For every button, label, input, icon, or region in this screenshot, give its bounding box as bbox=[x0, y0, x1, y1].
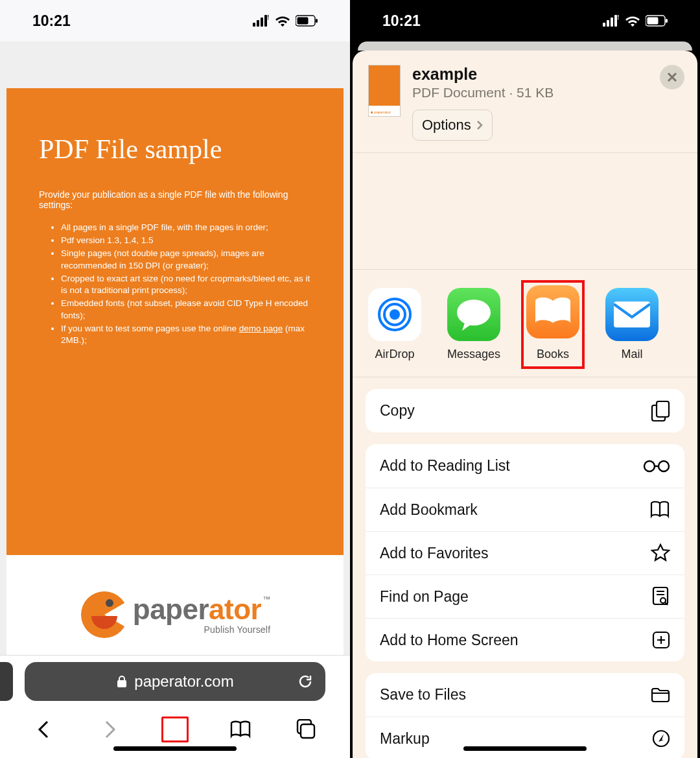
pdf-viewport[interactable]: PDF File sample Provide your publication… bbox=[0, 41, 350, 758]
mail-icon bbox=[614, 302, 650, 327]
svg-text:!: ! bbox=[617, 15, 619, 21]
svg-rect-14 bbox=[607, 20, 609, 27]
suggested-contacts-row[interactable] bbox=[353, 153, 697, 270]
book-icon bbox=[649, 501, 670, 519]
share-apps-row[interactable]: AirDrop Messages Books Mail M bbox=[353, 270, 697, 377]
markup-icon bbox=[652, 729, 670, 748]
battery-icon bbox=[296, 15, 318, 27]
status-bar: 10:21 ! bbox=[350, 0, 700, 41]
back-button[interactable] bbox=[31, 717, 57, 742]
folder-icon bbox=[651, 687, 670, 704]
paperator-logo: paperator™ Publish Yourself bbox=[80, 590, 270, 639]
svg-rect-6 bbox=[298, 18, 309, 25]
svg-rect-2 bbox=[261, 18, 263, 27]
app-label: Messages bbox=[447, 348, 500, 361]
close-button[interactable] bbox=[660, 65, 684, 89]
pdf-bullet: Cropped to exact art size (no need for c… bbox=[61, 273, 311, 296]
app-label: AirDrop bbox=[375, 348, 414, 361]
svg-rect-10 bbox=[117, 680, 126, 687]
app-label: Mail bbox=[621, 348, 642, 361]
prev-tab-sliver[interactable] bbox=[0, 662, 13, 701]
app-books[interactable]: Books bbox=[526, 285, 579, 364]
svg-point-24 bbox=[457, 300, 491, 326]
home-indicator[interactable] bbox=[113, 746, 237, 751]
options-button[interactable]: Options bbox=[412, 110, 493, 141]
home-indicator[interactable] bbox=[463, 746, 587, 751]
actions-section: Copy Add to Reading List Add Bookmark Ad… bbox=[353, 377, 697, 758]
tabs-button[interactable] bbox=[293, 717, 319, 742]
paperator-tagline: Publish Yourself bbox=[133, 625, 270, 634]
pdf-intro: Provide your publication as a single PDF… bbox=[39, 189, 311, 210]
svg-rect-13 bbox=[603, 23, 605, 27]
refresh-icon[interactable] bbox=[297, 673, 314, 690]
glasses-icon bbox=[643, 460, 670, 473]
share-button[interactable] bbox=[161, 717, 189, 742]
app-mail[interactable]: Mail bbox=[605, 288, 659, 364]
app-airdrop[interactable]: AirDrop bbox=[368, 288, 421, 364]
action-add-bookmark[interactable]: Add Bookmark bbox=[366, 488, 684, 531]
share-sheet-screen: 10:21 ! ■ paperator example PDF Document… bbox=[350, 0, 700, 758]
pdf-demo-link[interactable]: demo page bbox=[239, 324, 283, 333]
svg-point-28 bbox=[659, 461, 669, 471]
svg-point-27 bbox=[644, 461, 655, 471]
close-icon bbox=[667, 72, 677, 82]
action-find-on-page[interactable]: Find on Page bbox=[366, 574, 684, 618]
svg-rect-15 bbox=[611, 18, 613, 27]
signal-icon: ! bbox=[253, 15, 270, 27]
find-page-icon bbox=[652, 586, 670, 607]
pdf-bullet: All pages in a single PDF file, with the… bbox=[61, 222, 311, 233]
svg-rect-26 bbox=[657, 401, 669, 417]
svg-rect-19 bbox=[648, 18, 659, 25]
svg-rect-7 bbox=[316, 19, 318, 23]
bookmarks-button[interactable] bbox=[228, 717, 253, 742]
pdf-bullet: Embedded fonts (not subset, please avoid… bbox=[61, 298, 311, 321]
lock-icon bbox=[116, 675, 128, 688]
star-icon bbox=[651, 543, 670, 563]
url-domain: paperator.com bbox=[134, 672, 233, 691]
app-label: Books bbox=[537, 348, 569, 361]
tabs-icon bbox=[296, 719, 316, 740]
signal-icon: ! bbox=[603, 15, 620, 27]
action-markup[interactable]: Markup bbox=[366, 717, 684, 758]
app-messages[interactable]: Messages bbox=[447, 288, 500, 364]
pdf-bullet: If you want to test some pages use the o… bbox=[61, 323, 311, 346]
books-icon bbox=[534, 297, 572, 327]
sheet-behind-card bbox=[358, 41, 692, 51]
actions-files-card: Save to Files Markup bbox=[366, 673, 684, 758]
status-indicators: ! bbox=[603, 15, 668, 27]
status-time: 10:21 bbox=[382, 12, 421, 30]
svg-point-30 bbox=[660, 598, 666, 603]
action-add-favorites[interactable]: Add to Favorites bbox=[366, 531, 684, 574]
svg-point-9 bbox=[106, 599, 113, 607]
safari-bottom-bar: paperator.com bbox=[0, 655, 350, 758]
svg-rect-1 bbox=[257, 20, 259, 27]
messages-icon bbox=[456, 298, 492, 331]
file-meta: PDF Document · 51 KB bbox=[412, 85, 648, 101]
action-copy[interactable]: Copy bbox=[366, 389, 684, 432]
wifi-icon bbox=[625, 15, 640, 27]
pdf-bullet: Pdf version 1.3, 1.4, 1.5 bbox=[61, 235, 311, 246]
pdf-bullet: Single pages (not double page spreads), … bbox=[61, 248, 311, 271]
airdrop-icon bbox=[375, 294, 415, 335]
action-add-homescreen[interactable]: Add to Home Screen bbox=[366, 618, 684, 661]
chevron-right-icon bbox=[476, 120, 483, 130]
svg-rect-25 bbox=[614, 302, 650, 327]
pdf-title: PDF File sample bbox=[39, 134, 311, 165]
address-bar[interactable]: paperator.com bbox=[25, 662, 325, 701]
actions-copy-card: Copy bbox=[366, 389, 684, 432]
share-sheet[interactable]: ■ paperator example PDF Document · 51 KB… bbox=[353, 51, 697, 758]
pdf-page-content: PDF File sample Provide your publication… bbox=[6, 88, 344, 555]
status-indicators: ! bbox=[253, 15, 318, 27]
copy-icon bbox=[651, 400, 670, 422]
svg-rect-0 bbox=[253, 23, 255, 27]
svg-rect-12 bbox=[301, 724, 314, 738]
safari-screen: 10:21 ! PDF File sample Provide your pub… bbox=[0, 0, 350, 758]
svg-rect-20 bbox=[666, 19, 668, 23]
forward-button bbox=[97, 717, 122, 742]
actions-main-card: Add to Reading List Add Bookmark Add to … bbox=[366, 444, 684, 661]
battery-icon bbox=[646, 15, 668, 27]
action-save-files[interactable]: Save to Files bbox=[366, 673, 684, 717]
status-time: 10:21 bbox=[32, 12, 71, 30]
svg-text:!: ! bbox=[267, 15, 269, 21]
action-reading-list[interactable]: Add to Reading List bbox=[366, 444, 684, 488]
